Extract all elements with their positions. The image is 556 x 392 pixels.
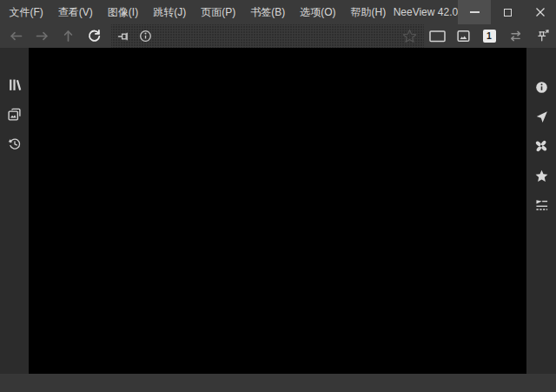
swap-arrows-icon bbox=[508, 29, 523, 43]
left-panel-bar bbox=[0, 48, 29, 374]
playlist-icon bbox=[534, 198, 549, 213]
page-list-icon bbox=[7, 107, 22, 122]
menu-help[interactable]: 帮助(H) bbox=[343, 0, 394, 24]
refresh-button[interactable] bbox=[81, 24, 107, 48]
bookmark-panel-button[interactable] bbox=[527, 161, 556, 190]
page-list-panel-button[interactable] bbox=[0, 99, 29, 129]
bookshelf-panel-button[interactable] bbox=[0, 70, 29, 99]
refresh-icon bbox=[87, 29, 102, 43]
window-title: NeeView 42.0 bbox=[394, 0, 459, 24]
image-thumbnail-icon bbox=[456, 29, 471, 43]
menu-file[interactable]: 文件(F) bbox=[2, 0, 50, 24]
address-bar[interactable] bbox=[111, 24, 424, 48]
back-button[interactable] bbox=[3, 24, 29, 48]
bookmark-star-filled-icon bbox=[534, 169, 549, 183]
image-canvas[interactable] bbox=[29, 48, 526, 374]
effect-fan-icon bbox=[533, 138, 549, 154]
close-icon bbox=[535, 7, 546, 17]
history-icon bbox=[7, 136, 22, 151]
menu-bookmark[interactable]: 书签(B) bbox=[243, 0, 293, 24]
forward-arrow-icon bbox=[35, 29, 50, 43]
swap-pages-button[interactable] bbox=[502, 24, 528, 48]
menu-jump[interactable]: 跳转(J) bbox=[146, 0, 194, 24]
history-panel-button[interactable] bbox=[0, 129, 29, 158]
image-view-button[interactable] bbox=[450, 24, 476, 48]
right-panel-bar bbox=[526, 48, 556, 374]
minimize-button[interactable] bbox=[458, 0, 491, 24]
menu-option[interactable]: 选项(O) bbox=[293, 0, 343, 24]
page-mode-single-icon: 1 bbox=[483, 30, 496, 43]
close-button[interactable] bbox=[524, 0, 556, 24]
minimize-icon bbox=[470, 11, 480, 13]
neeview-window: 文件(F) 查看(V) 图像(I) 跳转(J) 页面(P) 书签(B) 选项(O… bbox=[0, 0, 556, 392]
menubar: 文件(F) 查看(V) 图像(I) 跳转(J) 页面(P) 书签(B) 选项(O… bbox=[0, 0, 394, 24]
playlist-panel-button[interactable] bbox=[527, 190, 556, 220]
information-icon bbox=[534, 80, 549, 95]
effect-panel-button[interactable] bbox=[527, 131, 556, 161]
information-panel-button[interactable] bbox=[527, 72, 556, 102]
window-controls bbox=[458, 0, 556, 24]
navigator-panel-button[interactable] bbox=[527, 102, 556, 131]
menu-page[interactable]: 页面(P) bbox=[194, 0, 243, 24]
panel-pin-icon bbox=[535, 29, 550, 43]
menu-image[interactable]: 图像(I) bbox=[100, 0, 145, 24]
maximize-button[interactable] bbox=[491, 0, 524, 24]
bookshelf-icon bbox=[7, 77, 22, 92]
titlebar: 文件(F) 查看(V) 图像(I) 跳转(J) 页面(P) 书签(B) 选项(O… bbox=[0, 0, 556, 24]
window-frame-button[interactable] bbox=[424, 24, 450, 48]
up-arrow-icon bbox=[61, 29, 76, 43]
up-button[interactable] bbox=[55, 24, 81, 48]
panel-pin-button[interactable] bbox=[528, 24, 556, 48]
pin-icon[interactable] bbox=[117, 30, 131, 43]
page-mode-single-button[interactable]: 1 bbox=[476, 24, 502, 48]
maximize-icon bbox=[504, 9, 512, 17]
toolbar: 1 bbox=[0, 24, 556, 48]
forward-button[interactable] bbox=[29, 24, 55, 48]
menu-view[interactable]: 查看(V) bbox=[50, 0, 100, 24]
back-arrow-icon bbox=[9, 29, 23, 43]
navigator-icon bbox=[534, 110, 549, 124]
status-bar bbox=[0, 374, 556, 392]
bookmark-star-icon[interactable] bbox=[401, 28, 418, 44]
info-icon[interactable] bbox=[138, 29, 153, 43]
main-area bbox=[0, 48, 556, 374]
window-frame-icon bbox=[428, 28, 447, 44]
